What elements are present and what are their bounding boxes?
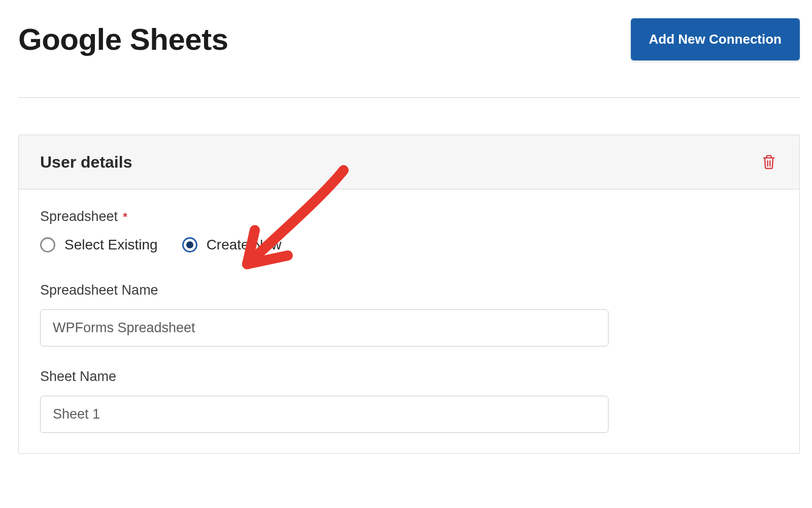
- delete-connection-button[interactable]: [760, 152, 778, 172]
- spreadsheet-label-text: Spreadsheet: [40, 209, 118, 225]
- radio-create-new[interactable]: Create New: [182, 237, 282, 253]
- section-divider: [18, 97, 800, 98]
- spreadsheet-label: Spreadsheet *: [40, 209, 778, 225]
- radio-unchecked-icon: [40, 237, 55, 252]
- required-marker: *: [123, 211, 127, 223]
- radio-select-existing-label: Select Existing: [64, 237, 158, 253]
- radio-checked-icon: [182, 237, 197, 252]
- sheet-name-input[interactable]: [40, 396, 608, 433]
- radio-create-new-label: Create New: [207, 237, 282, 253]
- spreadsheet-name-label: Spreadsheet Name: [40, 282, 608, 298]
- radio-dot-icon: [186, 241, 193, 248]
- trash-icon: [762, 154, 776, 170]
- radio-select-existing[interactable]: Select Existing: [40, 237, 158, 253]
- spreadsheet-name-input[interactable]: [40, 309, 608, 346]
- sheet-name-label: Sheet Name: [40, 369, 608, 385]
- add-new-connection-button[interactable]: Add New Connection: [631, 18, 800, 60]
- connection-panel: User details Spreads: [18, 135, 800, 454]
- panel-header: User details: [19, 135, 799, 189]
- page-title: Google Sheets: [18, 22, 228, 57]
- panel-title: User details: [40, 153, 132, 172]
- spreadsheet-mode-radio-group: Select Existing Create New: [40, 237, 778, 253]
